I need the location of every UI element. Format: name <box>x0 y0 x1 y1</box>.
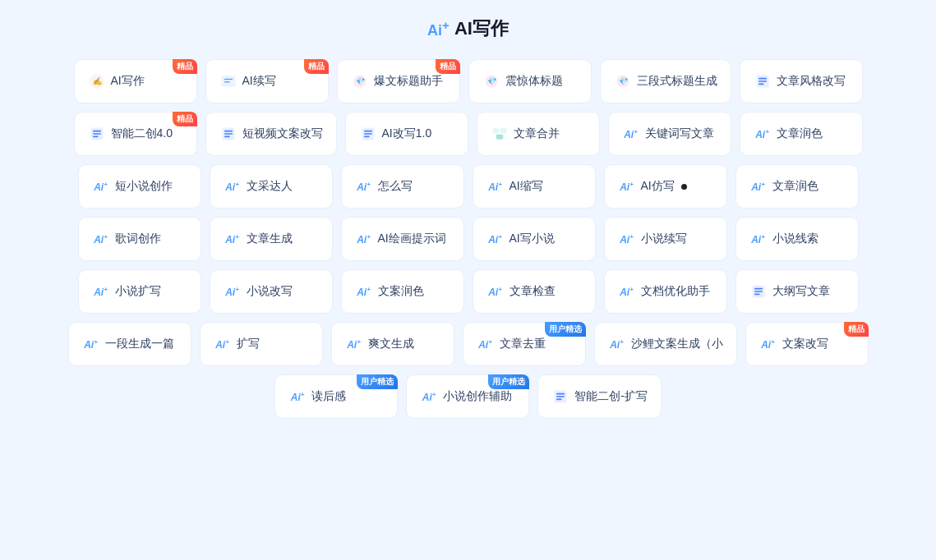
label-writing-talent: 文采达人 <box>247 179 293 194</box>
label-short-novel: 短小说创作 <box>115 179 173 194</box>
card-article-polish1[interactable]: Ai+文章润色 <box>740 112 863 156</box>
card-novel-continue[interactable]: Ai+小说续写 <box>604 217 727 261</box>
card-ai-writing[interactable]: 精品✍AI写作 <box>74 59 197 103</box>
card-cool-gen[interactable]: Ai+爽文生成 <box>331 322 454 366</box>
card-novel-assist[interactable]: 用户精选Ai+小说创作辅助 <box>406 374 529 419</box>
svg-rect-12 <box>758 78 767 80</box>
card-article-merge[interactable]: 文章合并 <box>477 112 600 156</box>
label-explode-title: 爆文标题助手 <box>374 74 443 89</box>
icon-how-to-write: Ai+ <box>355 177 373 195</box>
icon-sha-copy-gen: Ai+ <box>608 335 626 353</box>
card-article-dedup[interactable]: 用户精选Ai+文章去重 <box>463 322 586 366</box>
card-explode-title[interactable]: 精品💎爆文标题助手 <box>337 59 460 103</box>
card-shock-title[interactable]: 💎震惊体标题 <box>468 59 592 103</box>
card-outline-write[interactable]: 大纲写文章 <box>735 269 859 314</box>
label-smart-create4: 智能二创4.0 <box>111 126 173 141</box>
card-ai-write-novel[interactable]: Ai+AI写小说 <box>473 217 596 261</box>
icon-ai-shorten: Ai+ <box>486 177 505 195</box>
card-ai-paint-prompt[interactable]: Ai+AI绘画提示词 <box>341 217 464 261</box>
badge-copy-rewrite: 精品 <box>844 322 869 337</box>
svg-rect-18 <box>93 136 99 138</box>
icon-ai-paint-prompt: Ai+ <box>355 230 373 248</box>
svg-rect-22 <box>224 136 230 138</box>
label-ai-writing: AI写作 <box>111 74 145 89</box>
label-ai-rewrite1: AI改写1.0 <box>382 126 432 141</box>
label-ai-shorten: AI缩写 <box>509 179 543 194</box>
svg-rect-37 <box>556 399 562 401</box>
card-ai-shorten[interactable]: Ai+AI缩写 <box>473 164 596 209</box>
label-keyword-write: 关键词写文章 <box>645 126 714 141</box>
label-short-video: 短视频文案改写 <box>242 126 323 141</box>
card-article-polish2[interactable]: Ai+文章润色 <box>735 164 859 209</box>
card-keyword-write[interactable]: Ai+关键词写文章 <box>608 112 731 156</box>
icon-ai-writing: ✍ <box>88 72 106 90</box>
card-lyric-create[interactable]: Ai+歌词创作 <box>78 217 201 261</box>
card-article-check[interactable]: Ai+文章检查 <box>473 269 596 314</box>
card-how-to-write[interactable]: Ai+怎么写 <box>341 164 464 209</box>
icon-ai-write-novel: Ai+ <box>486 230 505 248</box>
label-article-merge: 文章合并 <box>514 126 560 141</box>
svg-text:💎: 💎 <box>486 76 496 86</box>
card-sha-copy-gen[interactable]: Ai+沙鲤文案生成（小 <box>594 322 737 366</box>
svg-rect-20 <box>224 131 233 132</box>
card-copy-polish[interactable]: Ai+文案润色 <box>341 269 464 314</box>
title-text: AI写作 <box>454 16 509 41</box>
card-article-gen[interactable]: Ai+文章生成 <box>210 217 333 261</box>
grid-row-1: 精品智能二创4.0短视频文案改写AI改写1.0文章合并Ai+关键词写文章Ai+文… <box>25 112 911 156</box>
icon-article-merge <box>491 125 509 143</box>
icon-smart-create4 <box>88 125 106 143</box>
svg-rect-28 <box>500 128 506 133</box>
grid-row-5: Ai+一段生成一篇Ai+扩写Ai+爽文生成用户精选Ai+文章去重Ai+沙鲤文案生… <box>25 322 911 366</box>
svg-rect-14 <box>758 84 764 85</box>
svg-rect-13 <box>758 80 767 82</box>
dot-indicator <box>681 184 687 190</box>
label-ai-continue: AI续写 <box>242 74 276 89</box>
icon-novel-rewrite: Ai+ <box>224 282 242 301</box>
icon-short-video <box>219 125 237 143</box>
card-smart-create-expand[interactable]: 智能二创-扩写 <box>537 374 662 419</box>
label-three-title: 三段式标题生成 <box>637 74 717 89</box>
svg-rect-17 <box>93 133 101 135</box>
grid-row-4: Ai+小说扩写Ai+小说改写Ai+文案润色Ai+文章检查Ai+文档优化助手大纲写… <box>25 269 911 314</box>
icon-writing-talent: Ai+ <box>224 177 242 195</box>
card-novel-expand[interactable]: Ai+小说扩写 <box>78 269 201 314</box>
svg-rect-21 <box>224 133 233 135</box>
icon-one-article: Ai+ <box>82 335 100 353</box>
ai-logo: Ai+ <box>427 18 450 39</box>
svg-rect-36 <box>556 396 565 397</box>
card-novel-clue[interactable]: Ai+小说线索 <box>735 217 859 261</box>
icon-expand-write: Ai+ <box>214 335 232 353</box>
svg-text:💎: 💎 <box>355 76 365 86</box>
card-style-rewrite[interactable]: 文章风格改写 <box>740 59 863 103</box>
card-writing-talent[interactable]: Ai+文采达人 <box>210 164 333 209</box>
icon-read-feeling: Ai+ <box>288 388 307 406</box>
card-read-feeling[interactable]: 用户精选Ai+读后感 <box>274 374 398 419</box>
svg-rect-26 <box>364 136 370 138</box>
card-novel-rewrite[interactable]: Ai+小说改写 <box>210 269 333 314</box>
label-novel-rewrite: 小说改写 <box>247 284 293 299</box>
card-smart-create4[interactable]: 精品智能二创4.0 <box>74 112 197 156</box>
label-novel-assist: 小说创作辅助 <box>443 389 512 404</box>
svg-rect-16 <box>93 131 101 132</box>
badge-smart-create4: 精品 <box>173 112 197 126</box>
icon-doc-optimize: Ai+ <box>618 282 636 301</box>
svg-rect-27 <box>492 128 499 133</box>
label-ai-write-novel: AI写小说 <box>509 232 555 246</box>
card-ai-continue[interactable]: 精品AI续写 <box>205 59 329 103</box>
svg-text:💎: 💎 <box>618 76 628 86</box>
card-doc-optimize[interactable]: Ai+文档优化助手 <box>604 269 727 314</box>
card-ai-rewrite1[interactable]: AI改写1.0 <box>345 112 468 156</box>
card-three-title[interactable]: 💎三段式标题生成 <box>600 59 731 103</box>
label-expand-write: 扩写 <box>237 337 260 351</box>
svg-rect-2 <box>221 76 235 86</box>
svg-rect-29 <box>496 135 502 140</box>
label-novel-expand: 小说扩写 <box>115 284 161 299</box>
card-copy-rewrite[interactable]: 精品Ai+文案改写 <box>745 322 869 366</box>
card-ai-imitate[interactable]: Ai+AI仿写 <box>604 164 727 209</box>
card-one-article[interactable]: Ai+一段生成一篇 <box>68 322 191 366</box>
card-short-novel[interactable]: Ai+短小说创作 <box>78 164 201 209</box>
card-expand-write[interactable]: Ai+扩写 <box>200 322 323 366</box>
grid-row-0: 精品✍AI写作精品AI续写精品💎爆文标题助手💎震惊体标题💎三段式标题生成文章风格… <box>25 59 911 103</box>
card-short-video[interactable]: 短视频文案改写 <box>205 112 337 156</box>
icon-novel-clue: Ai+ <box>749 230 768 248</box>
